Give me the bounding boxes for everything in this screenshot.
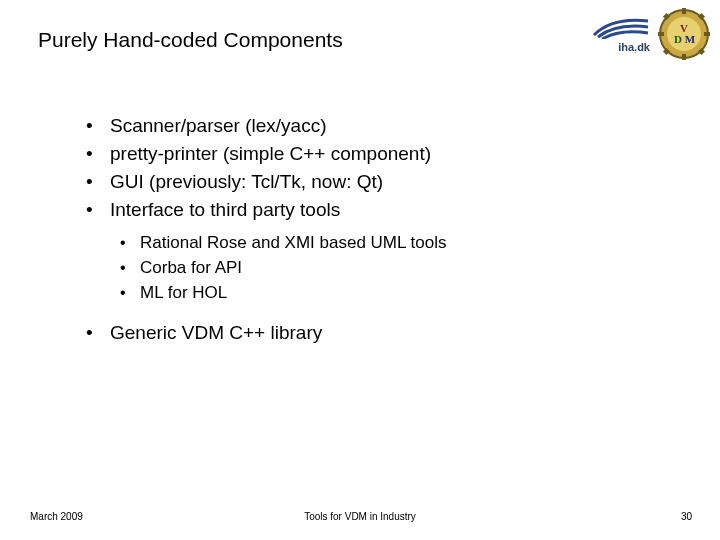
svg-text:D: D xyxy=(674,33,682,45)
slide: Purely Hand-coded Components iha.dk xyxy=(0,0,720,540)
spacer xyxy=(78,311,670,319)
logo-area: iha.dk V D M xyxy=(592,8,710,60)
iha-text: iha.dk xyxy=(618,41,650,53)
swoosh-icon xyxy=(592,15,650,39)
iha-logo: iha.dk xyxy=(592,15,650,53)
list-item: Scanner/parser (lex/yacc) xyxy=(78,112,670,140)
bullet-list: Scanner/parser (lex/yacc) pretty-printer… xyxy=(78,112,670,224)
vdm-logo: V D M xyxy=(658,8,710,60)
bullet-list-2: Generic VDM C++ library xyxy=(78,319,670,347)
svg-rect-1 xyxy=(682,8,686,14)
footer-title: Tools for VDM in Industry xyxy=(0,511,720,522)
slide-body: Scanner/parser (lex/yacc) pretty-printer… xyxy=(78,112,670,347)
page-number: 30 xyxy=(681,511,692,522)
svg-rect-3 xyxy=(658,32,664,36)
list-item: GUI (previously: Tcl/Tk, now: Qt) xyxy=(78,168,670,196)
slide-title: Purely Hand-coded Components xyxy=(38,28,343,52)
list-item: Interface to third party tools xyxy=(78,196,670,224)
list-item: Rational Rose and XMI based UML tools xyxy=(78,230,670,255)
list-item: pretty-printer (simple C++ component) xyxy=(78,140,670,168)
sub-bullet-list: Rational Rose and XMI based UML tools Co… xyxy=(78,230,670,305)
list-item: ML for HOL xyxy=(78,280,670,305)
svg-text:M: M xyxy=(685,33,696,45)
list-item: Corba for API xyxy=(78,255,670,280)
svg-rect-2 xyxy=(682,54,686,60)
list-item: Generic VDM C++ library xyxy=(78,319,670,347)
svg-rect-4 xyxy=(704,32,710,36)
gear-icon: V D M xyxy=(658,8,710,60)
